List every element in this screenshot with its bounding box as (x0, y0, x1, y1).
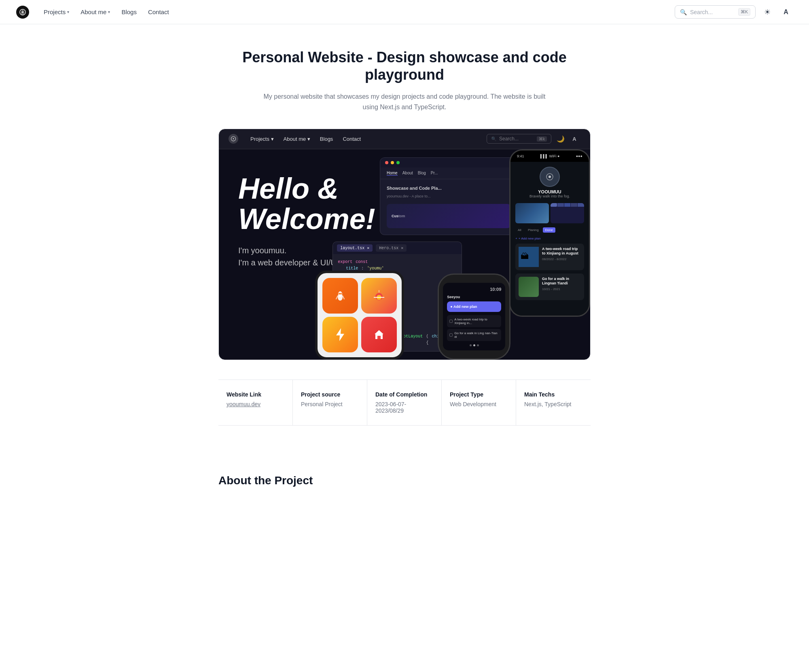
about-section: About the Project (218, 458, 591, 511)
nav-link-about[interactable]: About me ▾ (76, 6, 115, 18)
theme-toggle-button[interactable]: ☀ (760, 5, 774, 19)
metadata-section: Website Link yooumuu.dev Project source … (218, 379, 591, 426)
svg-point-13 (549, 176, 551, 178)
project-title: Personal Website - Design showcase and c… (218, 49, 591, 83)
watch-notification: ● Add new plan (447, 301, 501, 312)
nav-link-contact[interactable]: Contact (143, 6, 174, 18)
svg-point-7 (340, 293, 342, 295)
phone-card-1: A two-week road trip to Xinjiang in Augu… (515, 244, 584, 270)
svg-point-12 (546, 174, 553, 180)
preview-nav-link-projects[interactable]: Projects ▾ (246, 134, 278, 144)
preview-nav-link-blogs[interactable]: Blogs (316, 134, 337, 144)
navbar: Projects ▾ About me ▾ Blogs Contact 🔍 Se… (0, 0, 809, 24)
app-icon-4 (361, 317, 397, 352)
svg-rect-10 (377, 336, 381, 339)
language-toggle-button[interactable]: A (779, 5, 793, 19)
preview-hero-subtext: I'm yooumuu. I'm a web developer & UI/UX… (238, 244, 404, 269)
project-description: My personal website that showcases my de… (259, 91, 550, 112)
svg-point-9 (377, 295, 381, 300)
watch-mockup: 10:09 Seeyou ● Add new plan A two-week r… (438, 273, 510, 360)
preview-hero: Hello & Welcome! I'm yooumuu. I'm a web … (219, 149, 590, 360)
meta-main-techs: Main Techs Next.js, TypeScript (516, 380, 591, 425)
svg-point-11 (544, 171, 555, 182)
chevron-down-icon: ▾ (108, 10, 110, 14)
preview-search-icon: 🔍 (491, 136, 497, 142)
nav-link-projects[interactable]: Projects ▾ (39, 6, 74, 18)
nav-links: Projects ▾ About me ▾ Blogs Contact (39, 6, 675, 18)
page-content: Personal Website - Design showcase and c… (202, 24, 607, 536)
svg-point-1 (22, 11, 23, 13)
preview-nav-links: Projects ▾ About me ▾ Blogs Contact (246, 134, 365, 144)
watch-task-2: Go for a walk in Ling nan-Tian di (447, 329, 501, 341)
phone-card-2: Go for a walk in Lingnan Tiandi 10/21 - … (515, 273, 584, 300)
watch-task-1: A two-week road trip to Xinjiang in... (447, 315, 501, 327)
svg-point-8 (375, 293, 383, 300)
preview-search-shortcut: ⌘k (537, 136, 547, 142)
meta-project-type: Project Type Web Development (442, 380, 516, 425)
svg-point-4 (338, 294, 343, 301)
preview-search-bar[interactable]: 🔍 Search... ⌘k (487, 134, 551, 144)
phone-avatar (540, 167, 560, 187)
preview-navbar: Projects ▾ About me ▾ Blogs Contact 🔍 Se… (219, 129, 590, 149)
svg-point-3 (233, 138, 234, 140)
preview-lang-toggle[interactable]: A (568, 133, 580, 145)
phone-profile: YOOUMUU Bravely walk into the fog. (515, 167, 584, 198)
search-icon: 🔍 (680, 9, 687, 15)
search-bar[interactable]: 🔍 Search... ⌘K (675, 5, 756, 19)
about-section-title: About the Project (218, 474, 591, 487)
phone-mockup: 9:41 ▌▌▌ WiFi ● ●●● (509, 149, 590, 317)
search-shortcut: ⌘K (738, 8, 750, 16)
phone-tabs: All Planing Done (515, 227, 584, 233)
svg-point-6 (339, 293, 340, 295)
preview-nav-logo (229, 134, 238, 144)
preview-nav-link-contact[interactable]: Contact (339, 134, 365, 144)
app-icon-1 (322, 278, 358, 314)
preview-hero-title: Hello & Welcome! (238, 174, 404, 235)
preview-theme-toggle[interactable]: 🌙 (555, 133, 567, 145)
app-icon-2 (361, 278, 397, 314)
meta-project-source: Project source Personal Project (293, 380, 367, 425)
app-icons-mockup (315, 271, 404, 360)
meta-date-completion: Date of Completion 2023-06-07-2023/08/29 (367, 380, 442, 425)
website-link[interactable]: yooumuu.dev (227, 401, 260, 407)
nav-logo[interactable] (16, 6, 29, 19)
nav-link-blogs[interactable]: Blogs (116, 6, 142, 18)
meta-website-link: Website Link yooumuu.dev (218, 380, 293, 425)
app-icon-3 (322, 317, 358, 352)
chevron-down-icon: ▾ (67, 10, 69, 14)
svg-point-5 (338, 291, 342, 297)
preview-nav-link-about[interactable]: About me ▾ (280, 134, 314, 144)
project-preview: Projects ▾ About me ▾ Blogs Contact 🔍 Se… (218, 129, 591, 360)
nav-right: 🔍 Search... ⌘K ☀ A (675, 5, 793, 19)
